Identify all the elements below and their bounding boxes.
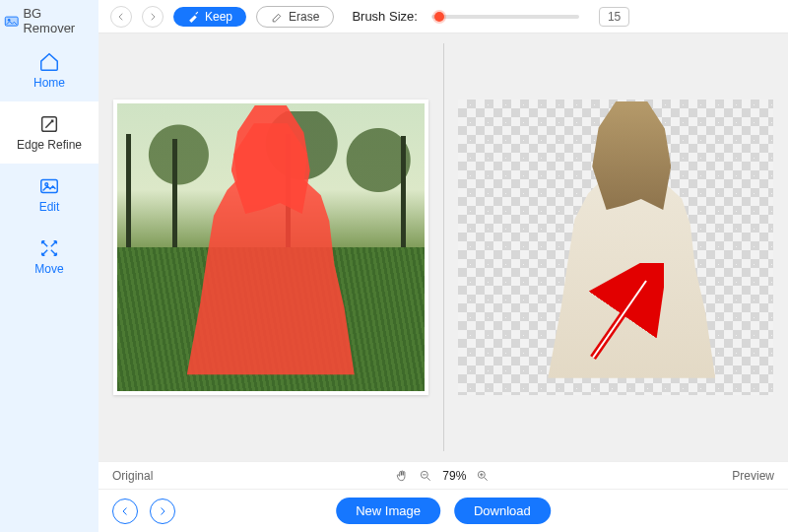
sidebar-item-label: Edge Refine [17,138,82,152]
keep-label: Keep [205,10,232,24]
next-image-button[interactable] [150,499,175,524]
preview-view-label: Preview [732,469,774,483]
sidebar-item-label: Edit [39,200,60,214]
home-icon [38,51,60,73]
sidebar-item-label: Move [34,262,63,276]
original-image[interactable] [113,100,428,395]
workspace [98,33,788,461]
zoom-in-icon[interactable] [476,469,490,483]
sidebar-item-home[interactable]: Home [0,39,98,101]
sidebar-item-label: Home [33,76,65,90]
redo-button[interactable] [142,6,164,28]
hand-pan-icon[interactable] [395,469,409,483]
app-logo: BG Remover [0,0,98,39]
redo-icon [147,11,159,23]
slider-knob[interactable] [434,12,444,22]
zoom-out-icon[interactable] [419,469,432,483]
keep-tool-button[interactable]: Keep [173,7,246,27]
brush-size-value[interactable]: 15 [599,7,629,27]
status-bar: Original 79% Preview [98,461,788,489]
brush-size-slider[interactable] [431,15,579,19]
edge-refine-icon [38,113,60,135]
sidebar-item-move[interactable]: Move [0,226,98,288]
sidebar-item-edit[interactable]: Edit [0,164,98,226]
keep-icon [187,10,200,23]
original-panel [98,43,443,451]
edit-icon [38,175,60,197]
undo-button[interactable] [110,6,132,28]
erase-label: Erase [289,10,319,24]
download-button[interactable]: Download [454,498,551,524]
prev-image-button[interactable] [112,499,138,524]
app-title: BG Remover [23,6,95,35]
erase-tool-button[interactable]: Erase [256,6,334,28]
preview-panel [444,43,789,451]
erase-icon [271,10,284,23]
chevron-right-icon [157,505,168,517]
chevron-left-icon [119,505,131,517]
bottom-bar: New Image Download [98,489,788,532]
preview-image[interactable] [458,100,773,395]
move-icon [38,237,60,259]
bg-remover-logo-icon [4,13,19,29]
brush-size-label: Brush Size: [352,9,417,24]
new-image-button[interactable]: New Image [336,498,440,524]
sidebar-item-edge-refine[interactable]: Edge Refine [0,101,98,164]
zoom-value: 79% [442,469,466,483]
toolbar: Keep Erase Brush Size: 15 [98,0,788,33]
original-view-label: Original [112,469,153,483]
undo-icon [115,11,127,23]
